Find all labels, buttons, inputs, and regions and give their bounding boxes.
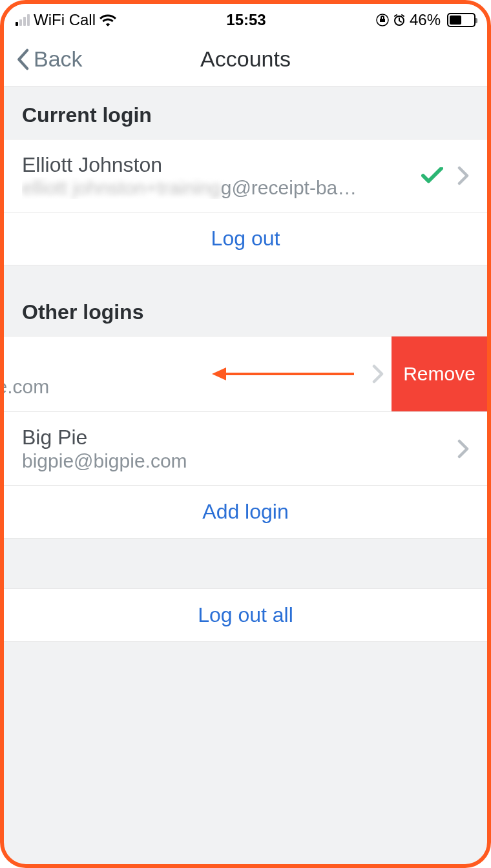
add-login-button[interactable]: Add login bbox=[4, 486, 487, 539]
navigation-bar: Back Accounts bbox=[4, 32, 487, 87]
clock: 15:53 bbox=[226, 11, 266, 29]
chevron-right-icon bbox=[457, 439, 469, 459]
current-login-name: Elliott Johnston bbox=[22, 152, 415, 177]
alarm-icon bbox=[393, 14, 406, 26]
login-name: Big Pie bbox=[22, 425, 451, 450]
orientation-lock-icon bbox=[376, 14, 389, 26]
current-login-email: elliott johnston+trainingg@receipt-ba… bbox=[22, 177, 415, 199]
current-login-header: Current login bbox=[4, 87, 487, 139]
other-login-row[interactable]: Big Pie bigpie@bigpie.com bbox=[4, 412, 487, 485]
chevron-right-icon bbox=[372, 364, 384, 384]
carrier-label: WiFi Call bbox=[34, 11, 96, 29]
remove-button[interactable]: Remove bbox=[392, 336, 487, 411]
chevron-right-icon bbox=[457, 166, 469, 185]
login-name-partial: ie bbox=[4, 351, 301, 375]
back-button[interactable]: Back bbox=[16, 46, 83, 72]
checkmark-icon bbox=[421, 167, 443, 184]
wifi-icon bbox=[99, 14, 116, 26]
battery-icon bbox=[447, 13, 475, 27]
battery-percent: 46% bbox=[410, 11, 441, 29]
page-title: Accounts bbox=[200, 46, 291, 72]
chevron-left-icon bbox=[16, 48, 30, 70]
current-login-row[interactable]: Elliott Johnston elliott johnston+traini… bbox=[4, 139, 487, 212]
login-email: bigpie@bigpie.com bbox=[22, 450, 451, 472]
log-out-all-button[interactable]: Log out all bbox=[4, 589, 487, 642]
other-logins-header: Other logins bbox=[4, 265, 487, 336]
status-bar: WiFi Call 15:53 46% bbox=[4, 4, 487, 32]
back-label: Back bbox=[34, 46, 83, 72]
separator bbox=[4, 539, 487, 589]
device-frame: WiFi Call 15:53 46% Back Accounts Cur bbox=[0, 0, 491, 868]
login-email-partial: e@bigpie.com bbox=[4, 376, 301, 398]
cellular-signal-icon bbox=[16, 14, 30, 26]
other-login-row-swiped[interactable]: ie e@bigpie.com Remove bbox=[4, 336, 487, 412]
log-out-button[interactable]: Log out bbox=[4, 212, 487, 265]
